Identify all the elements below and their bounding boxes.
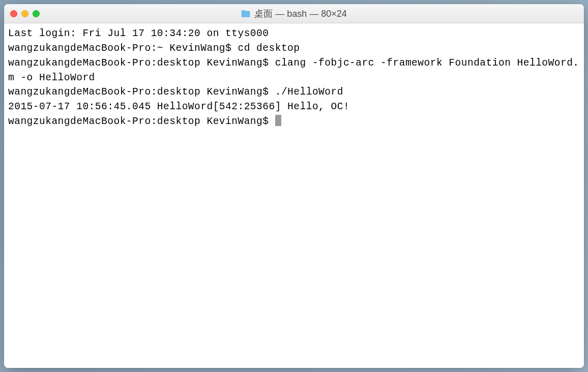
title-group: 桌面 — bash — 80×24: [241, 8, 347, 20]
titlebar[interactable]: 桌面 — bash — 80×24: [4, 4, 584, 23]
terminal-body[interactable]: Last login: Fri Jul 17 10:34:20 on ttys0…: [4, 23, 584, 368]
cursor: [275, 115, 281, 126]
terminal-line: wangzukangdeMacBook-Pro:desktop KevinWan…: [8, 86, 343, 98]
folder-icon: [241, 10, 250, 17]
close-button[interactable]: [10, 10, 17, 17]
maximize-button[interactable]: [33, 10, 40, 17]
terminal-window: 桌面 — bash — 80×24 Last login: Fri Jul 17…: [4, 4, 584, 368]
traffic-lights: [4, 10, 40, 17]
terminal-line: Last login: Fri Jul 17 10:34:20 on ttys0…: [8, 28, 269, 39]
minimize-button[interactable]: [21, 10, 28, 17]
terminal-line: wangzukangdeMacBook-Pro:~ KevinWang$ cd …: [8, 43, 300, 54]
terminal-prompt: wangzukangdeMacBook-Pro:desktop KevinWan…: [8, 116, 275, 127]
terminal-line: 2015-07-17 10:56:45.045 HelloWord[542:25…: [8, 101, 349, 112]
window-title: 桌面 — bash — 80×24: [254, 8, 347, 20]
terminal-line: wangzukangdeMacBook-Pro:desktop KevinWan…: [8, 57, 579, 83]
